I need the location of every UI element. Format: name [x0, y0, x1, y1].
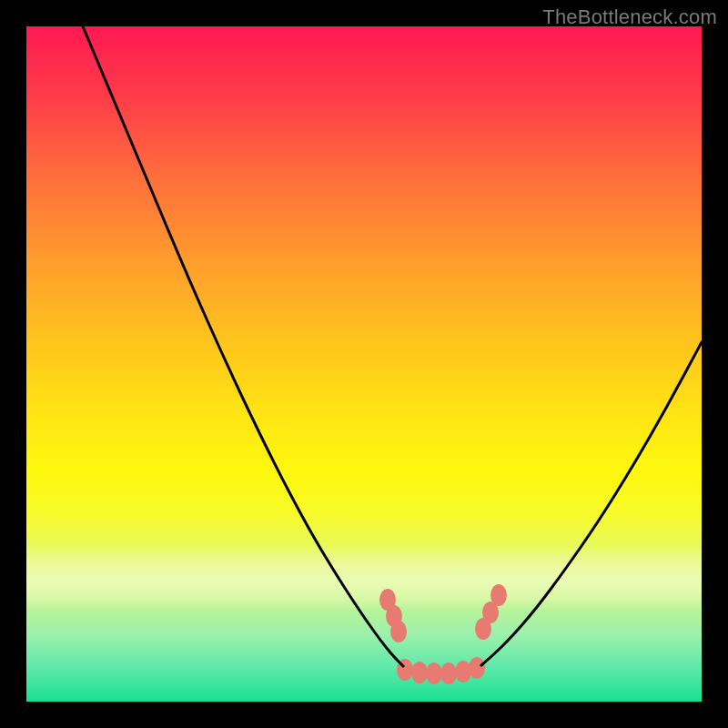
curve-right: [481, 342, 702, 665]
lines-group: [83, 26, 702, 666]
plot-area: [26, 26, 702, 702]
chart-root: TheBottleneck.com: [0, 0, 728, 728]
marker-dot: [469, 657, 485, 679]
marker-dot: [426, 662, 442, 684]
marker-dot: [411, 662, 428, 683]
marker-dot: [490, 584, 507, 606]
curve-left: [83, 26, 403, 666]
curve-layer: [26, 26, 702, 702]
marker-dot: [455, 661, 471, 682]
watermark-text: TheBottleneck.com: [542, 5, 717, 29]
marker-dot: [440, 662, 457, 684]
markers-group: [379, 584, 507, 684]
marker-dot: [390, 621, 407, 642]
